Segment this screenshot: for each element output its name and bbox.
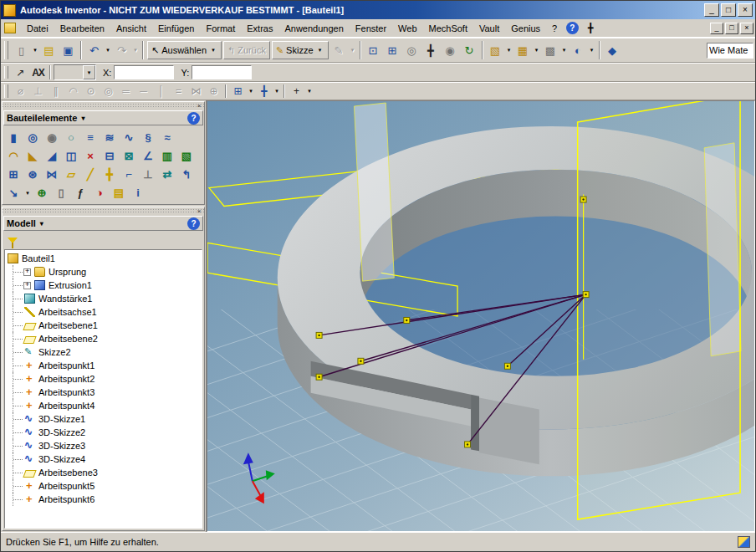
gewinde-icon[interactable]: ≈ (158, 129, 176, 146)
move-toolbar-button[interactable]: ╋ (582, 21, 599, 36)
concentric-constraint-button[interactable]: ◎ (100, 84, 117, 100)
falten-icon[interactable]: ⌐ (120, 166, 138, 183)
fix-constraint-button[interactable]: ⊕ (205, 84, 222, 100)
menu-item-format[interactable]: Format (200, 21, 241, 36)
info-icon[interactable]: i (129, 184, 147, 202)
aufkleber-icon[interactable]: ▧ (177, 147, 196, 165)
coincident-constraint-button[interactable]: ⊙ (82, 84, 100, 100)
new-dropdown-icon[interactable] (31, 47, 39, 54)
expander-plus-icon[interactable] (23, 268, 31, 276)
select-button[interactable]: ↖ Auswählen (147, 41, 222, 59)
viewport-3d[interactable] (207, 100, 755, 532)
snap-point-button[interactable]: ╋ (255, 84, 273, 100)
expander-plus-icon[interactable] (23, 282, 31, 289)
arbeitsebene-icon[interactable]: ▱ (62, 166, 80, 183)
ifeature-erstellen-icon[interactable]: ▯ (52, 184, 70, 202)
tree-item-3d-skizze4[interactable]: 3D-Skizze4 (7, 452, 202, 466)
doc-minimize-button[interactable]: _ (710, 23, 723, 34)
symmetry-constraint-button[interactable]: ⋈ (187, 84, 205, 100)
wandstaerke-icon[interactable]: ○ (62, 129, 80, 146)
tree-item-extrusion1[interactable]: Extrusion1 (7, 279, 202, 292)
look-at-button[interactable]: ◉ (441, 41, 460, 60)
pan-button[interactable]: ╋ (421, 41, 441, 60)
component-opacity-button[interactable]: ◐ (569, 41, 588, 60)
tree-item-arbeitspunkt2[interactable]: Arbeitspunkt2 (7, 372, 202, 386)
erhebung-icon[interactable]: ≋ (100, 129, 119, 146)
flaeche-loeschen-icon[interactable]: × (81, 147, 100, 165)
save-button[interactable]: ▣ (59, 41, 78, 60)
toolbar-grip[interactable] (4, 41, 8, 59)
tree-item-3d-skizze3[interactable]: 3D-Skizze3 (7, 439, 202, 452)
open-button[interactable]: ▤ (39, 41, 59, 60)
communication-center-icon[interactable] (738, 536, 750, 548)
material-combo[interactable] (707, 43, 753, 59)
tree-item-arbeitsachse1[interactable]: Arbeitsachse1 (7, 305, 202, 319)
restore-button[interactable]: □ (721, 3, 736, 17)
verdicken-icon[interactable]: ⊟ (100, 147, 119, 165)
tree-item-wandstaerke1[interactable]: Wandstärke1 (7, 292, 202, 305)
rotate-button[interactable]: ↻ (460, 41, 479, 60)
tree-item-3d-skizze1[interactable]: 3D-Skizze1 (7, 412, 202, 426)
equal-constraint-button[interactable]: = (170, 84, 187, 100)
viewport-canvas[interactable] (207, 101, 754, 531)
toolbar-grip[interactable] (4, 66, 8, 79)
tree-item-arbeitsebene2[interactable]: Arbeitsebene2 (7, 332, 202, 345)
flaeche-ersetzen-icon[interactable]: ⊠ (120, 147, 138, 165)
help-button[interactable]: ? (564, 21, 580, 36)
farbe-icon[interactable]: ◑ (90, 184, 109, 202)
x-coordinate-input[interactable] (114, 65, 174, 79)
parameter-fx-icon[interactable]: ƒ (71, 184, 89, 202)
shadow-mode-button[interactable]: ▩ (541, 41, 560, 60)
toolbar-grip[interactable] (4, 84, 8, 97)
rectangular-grid-button[interactable]: ⊞ (229, 84, 247, 100)
new-document-button[interactable]: ▯ (12, 41, 31, 60)
bohrung-icon[interactable]: ◉ (43, 129, 61, 146)
camera-mode-button[interactable]: ▦ (513, 41, 533, 60)
doc-restore-button[interactable]: □ (725, 23, 738, 34)
features-panel-help-icon[interactable]: ? (187, 112, 200, 125)
material-combo-input[interactable] (707, 44, 753, 57)
perpendicular-constraint-button[interactable]: ⊥ (29, 84, 47, 100)
rechteckige-anordnung-icon[interactable]: ⊞ (4, 166, 23, 183)
notizblock-icon[interactable]: ▤ (110, 184, 128, 202)
menu-item-mechsoft[interactable]: MechSoft (423, 21, 473, 36)
zoom-all-button[interactable]: ⊡ (364, 41, 383, 60)
color-swatch-button[interactable]: ◆ (603, 41, 622, 60)
tree-item-arbeitspunkt6[interactable]: Arbeitspunkt6 (7, 493, 202, 506)
arbeitspunkt-icon[interactable]: ╋ (100, 166, 119, 183)
horizontal-constraint-button[interactable]: ─ (135, 84, 152, 100)
redo-button[interactable]: ↷ (112, 41, 131, 60)
zoom-button[interactable]: ◎ (402, 41, 421, 60)
abrundung-icon[interactable]: ◠ (4, 147, 23, 165)
camera-mode-dropdown-icon[interactable] (533, 47, 541, 54)
redo-dropdown-icon[interactable] (131, 47, 140, 54)
y-coordinate-input[interactable] (192, 65, 252, 79)
return-button[interactable]: ↰ Zurück (223, 41, 270, 59)
menu-item-datei[interactable]: Datei (21, 21, 54, 36)
model-browser-tree[interactable]: Bauteil1 Ursprung Extrusion1 (4, 249, 202, 529)
filter-icon[interactable] (8, 238, 18, 243)
biegen-icon[interactable]: ∠ (139, 147, 157, 165)
snap-point-dropdown-icon[interactable] (273, 88, 281, 95)
menu-item-ansicht[interactable]: Ansicht (110, 21, 152, 36)
indicate-point-button[interactable]: ↗ (12, 64, 29, 80)
close-button[interactable]: × (738, 3, 753, 17)
fixieren-icon[interactable]: ⊥ (139, 166, 157, 183)
menu-item-anwendungen[interactable]: Anwendungen (278, 21, 349, 36)
drehung-icon[interactable]: ◎ (23, 129, 42, 146)
menu-item-web[interactable]: Web (392, 21, 422, 36)
shadow-mode-dropdown-icon[interactable] (560, 47, 569, 54)
zoom-window-button[interactable]: ⊞ (383, 41, 402, 60)
tree-item-arbeitspunkt1[interactable]: Arbeitspunkt1 (7, 359, 202, 372)
ifeature-einfuegen-icon[interactable]: ⊕ (33, 184, 51, 202)
menu-item-extras[interactable]: Extras (241, 21, 278, 36)
work-features-dropdown-icon[interactable] (23, 184, 32, 202)
model-panel-header[interactable]: Modell ▾ ? (3, 216, 203, 231)
sketch-3d-dropdown-icon[interactable] (349, 47, 357, 54)
menu-item-genius[interactable]: Genius (505, 21, 546, 36)
rippe-icon[interactable]: ≡ (81, 129, 100, 146)
tangent-constraint-button[interactable]: ◠ (64, 84, 82, 100)
rectangular-grid-dropdown-icon[interactable] (247, 88, 255, 95)
flaechenverjuengung-icon[interactable]: ◢ (43, 147, 61, 165)
display-mode-dropdown-icon[interactable] (505, 47, 513, 54)
